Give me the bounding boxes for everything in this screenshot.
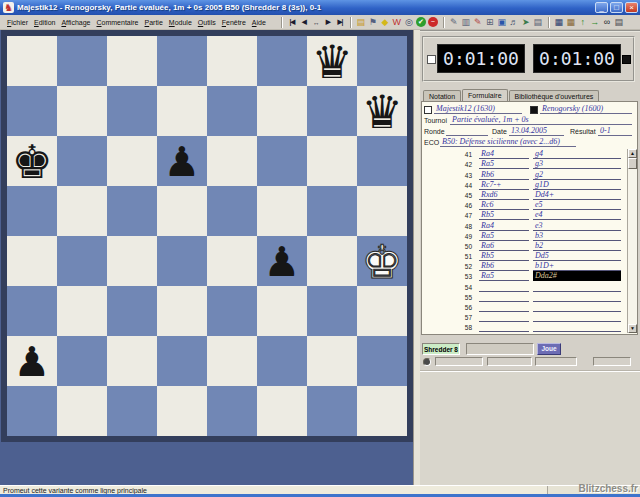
engine-input[interactable] [466,343,534,355]
board-square[interactable] [307,286,357,336]
move-black[interactable]: g3 [533,159,621,169]
board-square[interactable] [157,36,207,86]
board-square[interactable] [207,86,257,136]
move-black[interactable]: g2 [533,170,621,180]
save-as-icon[interactable]: ▦ [565,16,577,29]
save-icon[interactable]: ▦ [553,16,565,29]
black-pawn[interactable]: ♟ [7,336,57,386]
scroll-up-icon[interactable]: ▲ [628,149,637,158]
annotate-icon[interactable]: ✎ [448,16,460,29]
board-square[interactable] [7,286,57,336]
eco-field[interactable]: B50: Défense sicilienne (avec 2...d6) [440,137,576,147]
scroll-down-icon[interactable]: ▼ [628,324,637,333]
board-square[interactable] [107,286,157,336]
board-square[interactable] [307,236,357,286]
export-icon[interactable]: → [589,16,601,29]
board-square[interactable] [207,136,257,186]
layout-icon[interactable]: ⊞ [484,16,496,29]
move-white[interactable]: Rxd6 [479,190,529,200]
black-player-field[interactable]: Renogorsky (1600) [540,104,632,114]
black-queen[interactable]: ♛ [357,86,407,136]
threat-icon[interactable]: W [391,16,403,29]
edit-comment-icon[interactable]: ✎ [472,16,484,29]
move-black[interactable]: b1D+ [533,261,621,271]
board-square[interactable] [257,286,307,336]
evaluation-icon[interactable]: ◆ [379,16,391,29]
board-square[interactable] [357,336,407,386]
engine-on-icon[interactable]: ✔ [416,17,426,27]
board-square[interactable] [257,386,307,436]
move-white[interactable]: Ra6 [479,241,529,251]
board-square[interactable] [307,186,357,236]
board-square[interactable] [157,336,207,386]
close-button[interactable]: × [625,2,638,13]
first-move-icon[interactable]: |◀ [286,16,298,29]
tab-notation[interactable]: Notation [423,90,461,101]
restore-button[interactable]: □ [610,2,623,13]
board-square[interactable] [207,236,257,286]
clipboard-icon[interactable]: ▤ [532,16,544,29]
board-square[interactable] [207,186,257,236]
move-white[interactable]: Rc6 [479,200,529,210]
board-square[interactable] [107,336,157,386]
board-square[interactable] [207,386,257,436]
move-black[interactable]: Dd4+ [533,190,621,200]
board-square[interactable] [57,286,107,336]
black-pawn[interactable]: ♟ [157,136,207,186]
move-black[interactable]: Dda2# [533,271,621,281]
move-white[interactable] [479,321,529,322]
move-black[interactable] [533,301,621,302]
monitor-icon[interactable]: ▣ [496,16,508,29]
chess-board[interactable]: ♛♛♚♟♟♚♟ [7,36,407,436]
panel-splitter[interactable] [413,30,420,485]
black-pawn[interactable]: ♟ [257,236,307,286]
sound-icon[interactable]: ♬ [508,16,520,29]
board-square[interactable] [307,136,357,186]
result-field[interactable]: 0-1 [598,126,632,136]
play-button[interactable]: Joue [537,343,561,355]
board-square[interactable] [107,136,157,186]
board-square[interactable] [57,386,107,436]
board-square[interactable] [57,236,107,286]
board-square[interactable] [7,86,57,136]
new-game-icon[interactable]: ▤ [355,16,367,29]
move-white[interactable] [479,331,529,332]
move-black[interactable]: Dd5 [533,251,621,261]
move-black[interactable] [533,321,621,322]
print-icon[interactable]: ▤ [613,16,625,29]
tab-formulaire[interactable]: Formulaire [462,89,507,101]
move-black[interactable]: g4 [533,149,621,159]
menu-item-fichier[interactable]: Fichier [4,19,31,26]
move-white[interactable]: Rb5 [479,251,529,261]
last-move-icon[interactable]: ▶| [334,16,346,29]
menu-item-commentaire[interactable]: Commentaire [93,19,141,26]
find-icon[interactable]: ∞ [601,16,613,29]
board-square[interactable] [207,336,257,386]
board-square[interactable] [307,86,357,136]
training-icon[interactable]: ➤ [520,16,532,29]
black-queen[interactable]: ♛ [307,36,357,86]
board-square[interactable] [157,86,207,136]
menu-item-affichage[interactable]: Affichage [58,19,93,26]
setup-position-icon[interactable]: ⚑ [367,16,379,29]
analysis-icon[interactable]: ◎ [403,16,415,29]
round-field[interactable] [446,126,488,136]
board-square[interactable] [257,186,307,236]
board-square[interactable] [107,236,157,286]
move-black[interactable]: b2 [533,241,621,251]
board-square[interactable] [207,36,257,86]
white-player-field[interactable]: Majestik12 (1630) [434,104,522,114]
prev-move-icon[interactable]: ◀ [298,16,310,29]
white-king[interactable]: ♚ [357,236,407,286]
minimize-button[interactable]: _ [595,2,608,13]
board-square[interactable] [257,36,307,86]
board-square[interactable] [57,136,107,186]
tournament-field[interactable]: Partie évaluée, 1m + 0s [450,115,632,125]
board-square[interactable] [107,386,157,436]
board-square[interactable] [7,236,57,286]
moves-scrollbar[interactable]: ▲ ▼ [627,149,637,333]
move-white[interactable]: Ra4 [479,149,529,159]
move-black[interactable] [533,311,621,312]
move-white[interactable]: Rb6 [479,261,529,271]
board-square[interactable] [357,386,407,436]
